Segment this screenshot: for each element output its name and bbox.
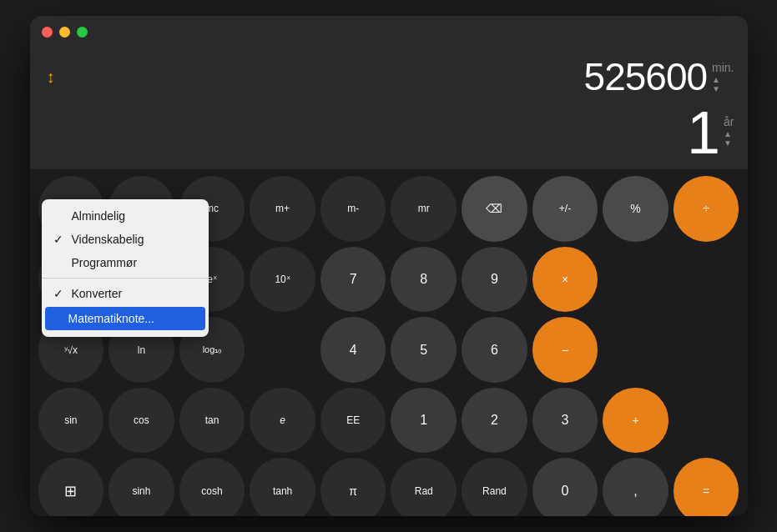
subtract-button[interactable]: − bbox=[532, 317, 598, 383]
backspace-button[interactable]: ⌫ bbox=[462, 176, 527, 242]
equals-button[interactable]: = bbox=[674, 458, 739, 516]
upper-display-unit: 525600 min. ▲ ▼ bbox=[584, 54, 734, 99]
display-area: ↕ 525600 min. ▲ ▼ 1 år ▲ ▼ bbox=[30, 48, 748, 169]
zero-button[interactable]: 0 bbox=[532, 458, 598, 516]
m-minus-button[interactable]: m- bbox=[320, 176, 386, 242]
lower-unit-stepper[interactable]: ▲ ▼ bbox=[724, 129, 734, 148]
sort-icon[interactable]: ↕ bbox=[43, 66, 58, 88]
tan-button[interactable]: tan bbox=[179, 388, 245, 454]
calculator-icon-button[interactable]: ⊞ bbox=[38, 458, 104, 516]
nine-button[interactable]: 9 bbox=[462, 247, 527, 313]
upper-unit-label: min. bbox=[712, 61, 734, 74]
divide-button[interactable]: ÷ bbox=[674, 176, 739, 242]
m-plus-button[interactable]: m+ bbox=[250, 176, 315, 242]
sinh-button[interactable]: sinh bbox=[108, 458, 174, 516]
eight-button[interactable]: 8 bbox=[391, 247, 457, 313]
multiply-button[interactable]: × bbox=[532, 247, 598, 313]
menu-item-matematiknote[interactable]: Matematiknote... bbox=[45, 307, 205, 330]
sin-button[interactable]: sin bbox=[38, 388, 104, 454]
three-button[interactable]: 3 bbox=[532, 388, 598, 454]
view-menu: Almindelig Videnskabelig Programmør Konv… bbox=[42, 199, 209, 337]
rand-button[interactable]: Rand bbox=[462, 458, 527, 516]
menu-item-programmor[interactable]: Programmør bbox=[42, 251, 209, 274]
rad-button[interactable]: Rad bbox=[391, 458, 457, 516]
pi-button[interactable]: π bbox=[320, 458, 386, 516]
menu-item-konverter[interactable]: Konverter bbox=[42, 282, 209, 305]
lower-display-value: 1 bbox=[687, 103, 719, 163]
comma-button[interactable]: , bbox=[603, 458, 669, 516]
percent-button[interactable]: % bbox=[603, 176, 669, 242]
minimize-button[interactable] bbox=[59, 27, 70, 38]
lower-display-unit: 1 år ▲ ▼ bbox=[687, 99, 734, 163]
cos-button[interactable]: cos bbox=[108, 388, 174, 454]
cosh-button[interactable]: cosh bbox=[179, 458, 245, 516]
traffic-lights bbox=[42, 27, 88, 38]
menu-item-almindelig[interactable]: Almindelig bbox=[42, 204, 209, 228]
four-button[interactable]: 4 bbox=[320, 317, 386, 383]
one-button[interactable]: 1 bbox=[391, 388, 457, 454]
calculator-window: ↕ 525600 min. ▲ ▼ 1 år ▲ ▼ bbox=[30, 16, 748, 516]
tanh-button[interactable]: tanh bbox=[250, 458, 315, 516]
menu-item-videnskabelig[interactable]: Videnskabelig bbox=[42, 228, 209, 251]
titlebar bbox=[30, 16, 748, 48]
menu-separator bbox=[42, 278, 209, 279]
seven-button[interactable]: 7 bbox=[320, 247, 386, 313]
six-button[interactable]: 6 bbox=[462, 317, 527, 383]
five-button[interactable]: 5 bbox=[391, 317, 457, 383]
maximize-button[interactable] bbox=[77, 27, 88, 38]
ten-pow-x-button[interactable]: 10ˣ bbox=[250, 247, 315, 313]
two-button[interactable]: 2 bbox=[462, 388, 527, 454]
e-button[interactable]: e bbox=[250, 388, 315, 454]
plus-minus-button[interactable]: +/- bbox=[532, 176, 598, 242]
close-button[interactable] bbox=[42, 27, 53, 38]
conversion-row: ↕ 525600 min. ▲ ▼ bbox=[43, 54, 734, 99]
add-button[interactable]: + bbox=[603, 388, 669, 454]
lower-unit-label: år bbox=[724, 115, 734, 128]
upper-unit-stepper[interactable]: ▲ ▼ bbox=[712, 75, 734, 93]
ee-button[interactable]: EE bbox=[320, 388, 386, 454]
mr-button[interactable]: mr bbox=[391, 176, 457, 242]
upper-display-value: 525600 bbox=[584, 54, 708, 99]
